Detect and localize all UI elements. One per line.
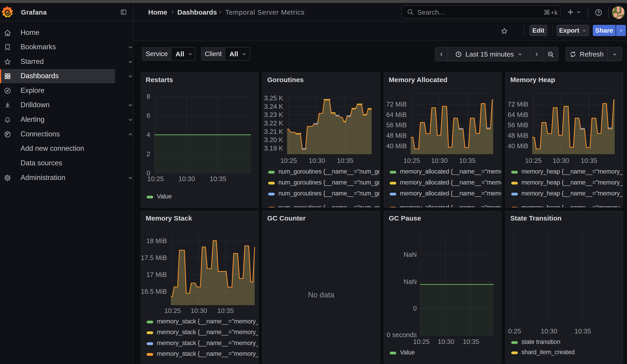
svg-text:10:35: 10:35 (575, 327, 591, 335)
svg-text:6: 6 (147, 112, 150, 119)
svg-text:72 MiB: 72 MiB (508, 101, 528, 108)
svg-text:10:30: 10:30 (541, 327, 558, 335)
svg-text:10:35: 10:35 (210, 175, 226, 182)
svg-text:10:30: 10:30 (191, 307, 207, 314)
svg-text:10:35: 10:35 (337, 157, 354, 164)
svg-text:NaN: NaN (404, 278, 417, 285)
svg-text:8: 8 (147, 93, 150, 100)
svg-text:10:25: 10:25 (147, 175, 164, 182)
svg-text:10:30: 10:30 (309, 157, 325, 164)
svg-text:56 MiB: 56 MiB (508, 121, 528, 129)
svg-text:64 MiB: 64 MiB (386, 111, 407, 118)
svg-text:64 MiB: 64 MiB (508, 111, 528, 118)
svg-text:10:25: 10:25 (280, 157, 297, 164)
svg-text:10:35: 10:35 (463, 338, 479, 345)
svg-text:16.5 MiB: 16.5 MiB (141, 288, 167, 295)
svg-text:3.24 K: 3.24 K (264, 103, 283, 110)
svg-text:10:35: 10:35 (459, 157, 476, 164)
svg-text:10:35: 10:35 (581, 157, 597, 164)
svg-text:3.20 K: 3.20 K (264, 136, 283, 144)
svg-text:40 MiB: 40 MiB (508, 142, 528, 150)
svg-text:48 MiB: 48 MiB (386, 132, 407, 139)
svg-text:17 MiB: 17 MiB (146, 271, 167, 278)
svg-text:3.23 K: 3.23 K (264, 111, 283, 118)
svg-text:10:25: 10:25 (525, 157, 542, 164)
svg-text:3.21 K: 3.21 K (264, 128, 283, 135)
svg-text:10:35: 10:35 (217, 307, 234, 314)
svg-text:2: 2 (147, 150, 150, 157)
svg-text:56 MiB: 56 MiB (386, 121, 407, 129)
svg-text:4: 4 (147, 131, 150, 138)
svg-text:0 seconds: 0 seconds (387, 331, 417, 338)
svg-text:10:30: 10:30 (438, 338, 454, 345)
svg-text:10:30: 10:30 (179, 175, 195, 182)
svg-text:NaN: NaN (404, 251, 417, 258)
svg-text:40 MiB: 40 MiB (386, 142, 407, 150)
svg-text:10:25: 10:25 (404, 157, 420, 164)
svg-text:18 MiB: 18 MiB (146, 237, 167, 245)
svg-text:0:25: 0:25 (508, 327, 521, 335)
svg-text:10:25: 10:25 (413, 338, 430, 345)
svg-text:72 MiB: 72 MiB (386, 101, 407, 108)
svg-text:48 MiB: 48 MiB (508, 132, 528, 139)
svg-text:0: 0 (413, 305, 417, 312)
svg-text:17.5 MiB: 17.5 MiB (141, 254, 167, 261)
svg-text:3.22 K: 3.22 K (264, 119, 283, 127)
svg-text:3.25 K: 3.25 K (264, 95, 283, 102)
svg-text:3.19 K: 3.19 K (264, 145, 283, 152)
svg-text:10:25: 10:25 (164, 307, 181, 314)
svg-text:10:30: 10:30 (431, 157, 448, 164)
svg-text:10:30: 10:30 (553, 157, 569, 164)
